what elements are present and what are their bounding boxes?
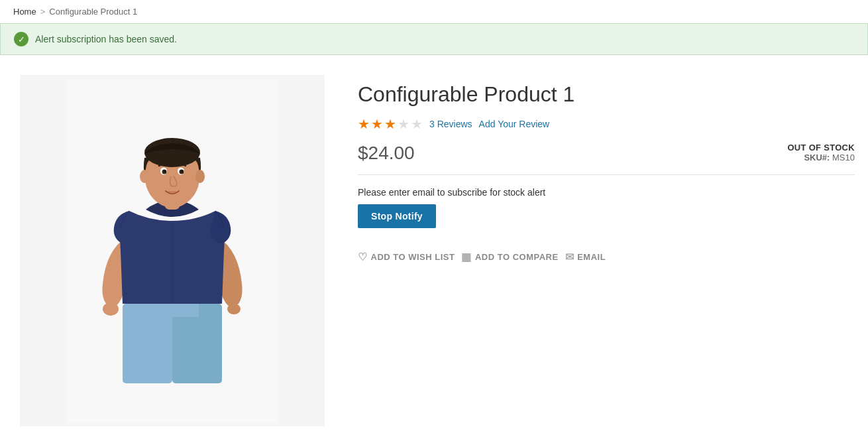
svg-point-7 [144, 138, 200, 167]
alert-bar: ✓ Alert subscription has been saved. [0, 23, 868, 55]
svg-point-15 [195, 170, 205, 183]
breadcrumb-separator: > [40, 7, 46, 17]
sku-value: MS10 [832, 153, 855, 162]
svg-point-12 [164, 170, 166, 172]
add-to-wish-list-button[interactable]: ♡ ADD TO WISH LIST [358, 248, 461, 266]
star-2: ★ [371, 116, 383, 132]
subscribe-label: Please enter email to subscribe for stoc… [358, 187, 855, 198]
heart-icon: ♡ [358, 251, 368, 263]
email-button[interactable]: ✉ EMAIL [565, 248, 612, 266]
stock-sku-info: OUT OF STOCK SKU#: MS10 [787, 143, 855, 162]
stock-status: OUT OF STOCK [787, 143, 855, 153]
product-layout: Configurable Product 1 ★ ★ ★ ★ ★ 3 Revie… [0, 62, 868, 445]
sku-row: SKU#: MS10 [787, 153, 855, 162]
star-5: ★ [411, 116, 423, 132]
reviews-link[interactable]: 3 Reviews [429, 119, 472, 129]
breadcrumb: Home > Configurable Product 1 [0, 0, 868, 23]
actions-row: ♡ ADD TO WISH LIST ▦ ADD TO COMPARE ✉ EM… [358, 241, 855, 266]
svg-rect-4 [146, 304, 199, 317]
star-3: ★ [384, 116, 396, 132]
compare-icon: ▦ [461, 251, 472, 263]
svg-point-17 [227, 304, 241, 314]
subscribe-section: Please enter email to subscribe for stoc… [358, 187, 855, 228]
breadcrumb-home[interactable]: Home [13, 7, 36, 17]
product-price: $24.00 [358, 143, 415, 164]
breadcrumb-current: Configurable Product 1 [49, 7, 137, 17]
rating-row: ★ ★ ★ ★ ★ 3 Reviews Add Your Review [358, 116, 855, 132]
alert-success-icon: ✓ [14, 32, 28, 46]
product-image [20, 75, 325, 426]
svg-point-16 [103, 302, 119, 316]
star-1: ★ [358, 116, 370, 132]
product-image-svg [66, 78, 278, 423]
price-row: $24.00 OUT OF STOCK SKU#: MS10 [358, 143, 855, 175]
compare-label: ADD TO COMPARE [475, 252, 559, 262]
add-review-link[interactable]: Add Your Review [479, 119, 550, 129]
product-image-column [13, 75, 331, 426]
alert-message: Alert subscription has been saved. [35, 34, 177, 44]
svg-point-14 [140, 170, 149, 183]
star-4: ★ [398, 116, 409, 132]
wish-list-label: ADD TO WISH LIST [371, 252, 455, 262]
email-icon: ✉ [565, 251, 574, 263]
product-info-column: Configurable Product 1 ★ ★ ★ ★ ★ 3 Revie… [358, 75, 855, 426]
product-title: Configurable Product 1 [358, 82, 855, 107]
add-to-compare-button[interactable]: ▦ ADD TO COMPARE [461, 248, 565, 266]
star-rating: ★ ★ ★ ★ ★ [358, 116, 423, 132]
svg-point-13 [182, 170, 184, 172]
stop-notify-button[interactable]: Stop Notify [358, 204, 436, 228]
email-label: EMAIL [577, 252, 606, 262]
sku-label: SKU#: [804, 153, 830, 162]
